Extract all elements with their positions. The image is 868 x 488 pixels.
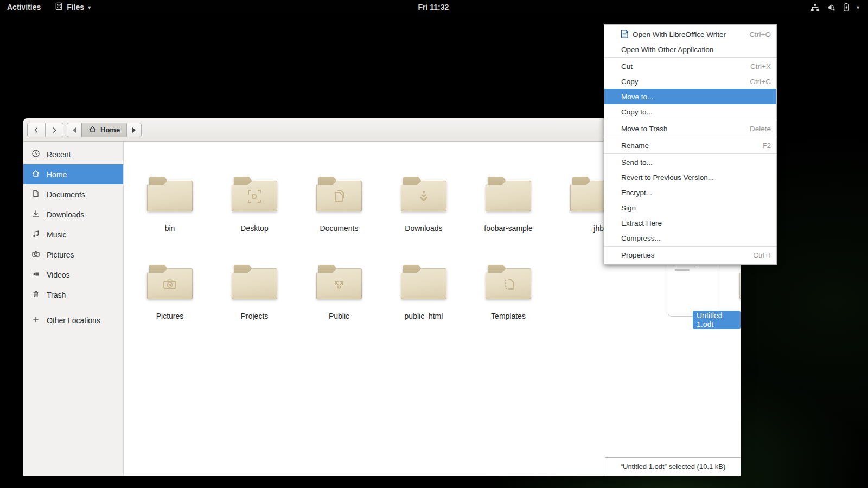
grid-item-label: Public bbox=[325, 311, 353, 321]
network-icon bbox=[810, 3, 820, 11]
plus-icon bbox=[31, 315, 40, 325]
menu-item-move-to[interactable]: Move to... bbox=[604, 89, 776, 104]
emblem-camera-icon bbox=[162, 277, 177, 291]
triangle-right-icon bbox=[132, 127, 136, 133]
grid-item-label: Documents bbox=[316, 223, 362, 233]
folder-icon bbox=[316, 265, 362, 299]
emblem-template-icon bbox=[501, 277, 515, 291]
download-icon bbox=[31, 209, 40, 220]
forward-button[interactable] bbox=[45, 123, 63, 137]
grid-item-downloads[interactable]: Downloads bbox=[381, 177, 466, 233]
grid-item-label: Downloads bbox=[401, 223, 446, 233]
sidebar-item-recent[interactable]: Recent bbox=[23, 144, 123, 164]
grid-item-public[interactable]: Public bbox=[297, 265, 381, 321]
menu-item-copy-to[interactable]: Copy to... bbox=[604, 104, 776, 119]
menu-item-encrypt[interactable]: Encrypt... bbox=[604, 185, 776, 200]
grid-item-projects[interactable]: Projects bbox=[212, 265, 297, 321]
menu-item-rename[interactable]: Rename F2 bbox=[604, 138, 776, 153]
system-status-area[interactable]: ▾ bbox=[810, 0, 859, 14]
grid-item-label: Projects bbox=[237, 311, 272, 321]
gnome-top-bar: Activities Files ▾ Fri 11:32 ▾ bbox=[0, 0, 868, 14]
sidebar-item-music[interactable]: Music bbox=[23, 224, 123, 245]
grid-item-public-html[interactable]: public_html bbox=[381, 265, 466, 321]
menu-item-open-with-libreoffice-writer[interactable]: Open With LibreOffice Writer Ctrl+O bbox=[604, 27, 776, 42]
grid-item-foobar-sample[interactable]: foobar-sample bbox=[466, 177, 551, 233]
menu-item-open-with-other-application[interactable]: Open With Other Application bbox=[604, 42, 776, 57]
menu-separator bbox=[604, 137, 776, 137]
sidebar-item-label: Home bbox=[47, 170, 67, 179]
activities-label: Activities bbox=[7, 3, 41, 11]
folder-icon bbox=[232, 265, 277, 299]
menu-item-extract-here[interactable]: Extract Here bbox=[604, 215, 776, 230]
sidebar-item-videos[interactable]: Videos bbox=[23, 265, 123, 285]
path-scroll-left-button[interactable] bbox=[67, 123, 82, 137]
menu-separator bbox=[604, 57, 776, 58]
folder-icon bbox=[486, 177, 531, 211]
path-scroll-right-button[interactable] bbox=[126, 123, 142, 137]
menu-separator bbox=[604, 120, 776, 120]
folder-icon bbox=[147, 265, 193, 299]
menu-item-move-to-trash[interactable]: Move to Trash Delete bbox=[604, 121, 776, 136]
sidebar-item-label: Music bbox=[47, 230, 67, 239]
home-icon bbox=[88, 125, 97, 135]
folder-icon: D bbox=[232, 177, 277, 211]
camera-icon bbox=[31, 249, 40, 260]
chevron-down-icon: ▾ bbox=[88, 4, 91, 10]
grid-item-videos[interactable]: Videos bbox=[720, 265, 741, 321]
emblem-desktop-icon: D bbox=[247, 189, 261, 203]
menu-separator bbox=[604, 153, 776, 154]
status-bar: “Untitled 1.odt” selected (10.1 kB) bbox=[605, 457, 741, 476]
menu-item-sign[interactable]: Sign bbox=[604, 200, 776, 215]
sidebar-item-label: Trash bbox=[47, 291, 66, 299]
grid-item-label: Pictures bbox=[152, 311, 188, 321]
places-sidebar: Recent Home Documents Downloads Music Pi… bbox=[23, 142, 124, 476]
libreoffice-writer-icon bbox=[620, 30, 629, 38]
clock-button[interactable]: Fri 11:32 bbox=[418, 0, 449, 14]
context-menu: Open With LibreOffice Writer Ctrl+O Open… bbox=[604, 24, 777, 265]
sidebar-item-label: Documents bbox=[47, 190, 85, 199]
menu-item-copy[interactable]: Copy Ctrl+C bbox=[604, 74, 776, 89]
grid-item-label: Desktop bbox=[237, 223, 272, 233]
folder-icon bbox=[401, 265, 446, 299]
grid-item-pictures[interactable]: Pictures bbox=[127, 265, 212, 321]
menu-item-revert-to-previous-version[interactable]: Revert to Previous Version... bbox=[604, 170, 776, 185]
grid-item-desktop[interactable]: D Desktop bbox=[212, 177, 297, 233]
folder-icon bbox=[147, 177, 193, 211]
document-icon bbox=[31, 189, 40, 200]
menu-item-compress[interactable]: Compress... bbox=[604, 230, 776, 246]
emblem-share-icon bbox=[332, 277, 346, 291]
path-bar: Home bbox=[67, 123, 142, 137]
emblem-documents-icon bbox=[332, 189, 346, 203]
menu-item-properties[interactable]: Properties Ctrl+I bbox=[604, 247, 776, 262]
folder-icon bbox=[486, 265, 531, 299]
sidebar-item-documents[interactable]: Documents bbox=[23, 184, 123, 204]
path-segment-home[interactable]: Home bbox=[81, 123, 127, 137]
menu-item-send-to[interactable]: Send to... bbox=[604, 155, 776, 170]
sidebar-item-label: Recent bbox=[47, 150, 71, 159]
sidebar-item-pictures[interactable]: Pictures bbox=[23, 245, 123, 265]
grid-item-templates[interactable]: Templates bbox=[466, 265, 551, 321]
back-button[interactable] bbox=[27, 123, 46, 137]
grid-item-documents[interactable]: Documents bbox=[297, 177, 381, 233]
files-app-icon bbox=[55, 2, 63, 12]
grid-item-bin[interactable]: bin bbox=[127, 177, 212, 233]
battery-charging-icon bbox=[843, 3, 850, 11]
desktop: { "topbar": { "activities": "Activities"… bbox=[0, 0, 868, 488]
folder-icon bbox=[401, 177, 446, 211]
menu-item-cut[interactable]: Cut Ctrl+X bbox=[604, 59, 776, 74]
chevron-down-icon: ▾ bbox=[857, 4, 859, 10]
sidebar-item-other-locations[interactable]: Other Locations bbox=[23, 310, 123, 330]
triangle-left-icon bbox=[73, 127, 76, 133]
home-icon bbox=[31, 169, 40, 179]
grid-item-label: Templates bbox=[487, 311, 529, 321]
app-menu-files[interactable]: Files ▾ bbox=[55, 2, 91, 12]
sidebar-item-downloads[interactable]: Downloads bbox=[23, 204, 123, 224]
sidebar-item-home[interactable]: Home bbox=[23, 164, 123, 184]
grid-item-label: foobar-sample bbox=[480, 223, 537, 233]
app-menu-label: Files bbox=[67, 3, 84, 11]
sidebar-item-trash[interactable]: Trash bbox=[23, 285, 123, 305]
activities-button[interactable]: Activities bbox=[7, 3, 41, 11]
svg-text:D: D bbox=[252, 192, 257, 201]
music-notes-icon bbox=[31, 229, 40, 240]
grid-item-label: public_html bbox=[401, 311, 447, 321]
